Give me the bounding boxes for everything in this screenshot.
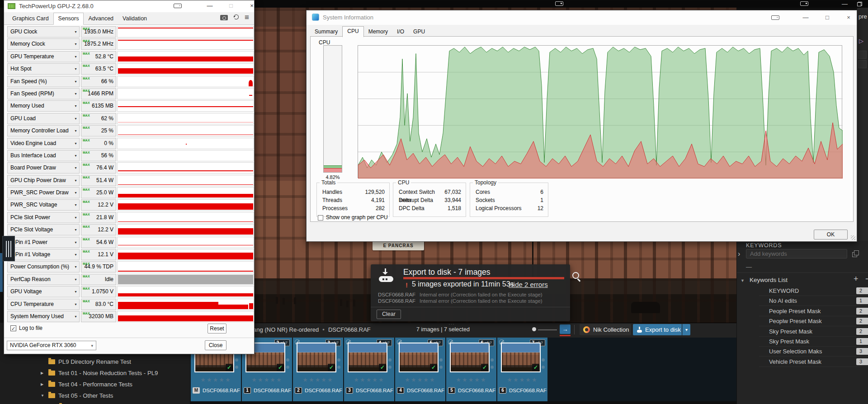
folder-tree-item[interactable]: ▼Test 05 - Other Tests	[41, 391, 113, 400]
sensor-label[interactable]: System Memory Used▼	[7, 311, 80, 322]
tab-graphics-card[interactable]: Graphics Card	[8, 13, 53, 24]
overflow-dots-icon[interactable]: ···	[448, 321, 455, 327]
sensor-label[interactable]: 8-Pin #1 Power▼	[7, 237, 80, 248]
keyword-item[interactable]: User Selection Maks3	[759, 347, 868, 357]
star-rating[interactable]: ★★★★★	[395, 376, 445, 383]
tab-advanced[interactable]: Advanced	[84, 13, 118, 24]
star-rating[interactable]: ★★★★★	[191, 376, 241, 383]
screenshot-camera-icon[interactable]	[220, 15, 228, 20]
gpu-card-icon[interactable]	[174, 4, 182, 8]
close-icon[interactable]: ×	[844, 14, 853, 21]
chevron-down-icon[interactable]: ▼	[741, 278, 745, 283]
tab-summary[interactable]: Summary	[310, 27, 342, 37]
window-titlebar[interactable]: TechPowerUp GPU-Z 2.68.0 — □ ×	[4, 0, 254, 12]
expander-icon[interactable]: ▶	[41, 371, 45, 375]
maximize-icon[interactable]: □	[823, 14, 831, 21]
minimize-icon[interactable]: —	[206, 2, 213, 9]
reset-button[interactable]: Reset	[208, 324, 226, 334]
minimize-icon[interactable]: —	[802, 14, 810, 21]
remove-keyword-button[interactable]: −	[865, 274, 868, 284]
thumbnail-image[interactable]: ✓	[297, 343, 336, 372]
star-rating[interactable]: ★★★★★	[293, 376, 343, 383]
sensor-label[interactable]: Power Consumption (%)▼	[7, 261, 80, 272]
sensor-label[interactable]: Video Engine Load▼	[7, 138, 80, 149]
left-panel-flyout-handle[interactable]	[2, 236, 15, 261]
gpu-device-select[interactable]: NVIDIA GeForce RTX 3060 ▾	[7, 341, 96, 350]
restore-icon[interactable]	[857, 2, 862, 6]
close-icon[interactable]: ×	[248, 2, 255, 9]
tab-i-o[interactable]: I/O	[392, 27, 409, 37]
sensor-label[interactable]: Fan Speed (%)▼	[7, 76, 80, 87]
sensor-label[interactable]: Memory Controller Load▼	[7, 125, 80, 136]
sensor-label[interactable]: GPU Load▼	[7, 113, 80, 124]
folder-tree-item[interactable]: ▶Test 04 - Performance Tests	[41, 380, 132, 389]
one-graph-per-cpu-checkbox[interactable]	[318, 215, 323, 221]
log-to-file-checkbox[interactable]: ✓	[10, 325, 16, 331]
goto-arrow-button[interactable]: →	[560, 324, 571, 334]
filmstrip-cell[interactable]: 6of 7✓★★★★★5DSCF0668.RAF	[446, 338, 496, 401]
star-rating[interactable]: ★★★★★	[497, 376, 547, 383]
add-keywords-input[interactable]: Add keywords	[746, 249, 847, 258]
sensor-label[interactable]: Hot Spot▼	[7, 63, 80, 75]
tab-memory[interactable]: Memory	[364, 27, 392, 37]
star-rating[interactable]: ★★★★★	[344, 376, 394, 383]
cell-dots-icon[interactable]	[439, 358, 443, 370]
thumbnail-image[interactable]: ✓	[450, 343, 490, 372]
sensor-label[interactable]: GPU Chip Power Draw▼	[7, 175, 80, 186]
refresh-icon[interactable]	[234, 14, 239, 19]
cell-dots-icon[interactable]	[491, 358, 494, 370]
filmstrip-cell[interactable]: 5of 7✓★★★★★4DSCF0668.RAF	[395, 338, 445, 401]
gpu-card-icon[interactable]	[555, 1, 563, 6]
sensor-label[interactable]: CPU Temperature▼	[7, 299, 80, 310]
folder-tree-item[interactable]: PL9 Directory Rename Test	[41, 357, 131, 366]
keyword-item[interactable]: People Preset Mask2	[759, 306, 868, 316]
menu-icon[interactable]: ≡	[245, 13, 249, 22]
keyword-item[interactable]: KEYWORD2	[759, 286, 868, 296]
hide-errors-link[interactable]: Hide 2 errors	[509, 281, 548, 288]
filmstrip-cell[interactable]: 7of 7✓★★★★★6DSCF0668.RAF	[497, 338, 547, 401]
sensor-label[interactable]: PCIe Slot Voltage▼	[7, 224, 80, 235]
keyword-item[interactable]: Vehicle Preset Mask3	[759, 357, 868, 367]
minimize-icon[interactable]: —	[842, 0, 848, 7]
keyword-item[interactable]: No AI edits1	[759, 296, 868, 306]
sensor-label[interactable]: PerfCap Reason▼	[7, 274, 80, 285]
tab-sensors[interactable]: Sensors	[53, 13, 84, 25]
sensor-label[interactable]: Memory Used▼	[7, 100, 80, 112]
search-icon[interactable]	[572, 272, 579, 279]
add-keyword-button[interactable]: +	[854, 274, 859, 284]
copy-keywords-icon[interactable]	[852, 250, 859, 257]
window-titlebar[interactable]: System Information — □ ×	[307, 10, 857, 25]
tab-cpu[interactable]: CPU	[342, 26, 363, 37]
preset-triangle-icon[interactable]: ▷	[859, 38, 863, 44]
nik-collection-button[interactable]: Nik Collection	[580, 324, 631, 335]
cell-dots-icon[interactable]	[337, 358, 341, 370]
resize-grip[interactable]	[851, 235, 855, 240]
expander-icon[interactable]: ▶	[41, 382, 45, 386]
sensor-label[interactable]: GPU Clock▼	[7, 26, 80, 38]
cell-dots-icon[interactable]	[235, 358, 239, 370]
cell-dots-icon[interactable]	[542, 358, 545, 370]
keyword-item[interactable]: Peoplw Preset Mask2	[759, 316, 868, 326]
sensor-label[interactable]: PWR_SRC Power Draw▼	[7, 187, 80, 198]
tab-validation[interactable]: Validation	[118, 13, 151, 24]
folder-tree-item[interactable]: ▼St. Pancras Station	[52, 402, 120, 404]
panel-collapse-chevron-icon[interactable]: ›	[738, 250, 740, 258]
cell-dots-icon[interactable]	[286, 358, 290, 370]
sensor-label[interactable]: 8-Pin #1 Voltage▼	[7, 249, 80, 260]
tab-gpu[interactable]: GPU	[409, 27, 429, 37]
thumbnail-image[interactable]: ✓	[348, 343, 387, 372]
filmstrip-cell[interactable]: 3of 7✓★★★★★2DSCF0668.RAF	[293, 338, 343, 401]
keyword-item[interactable]: Sky Prest Mask1	[759, 337, 868, 347]
thumbnail-size-slider[interactable]	[532, 327, 536, 331]
clear-button[interactable]: Clear	[377, 310, 401, 319]
sensor-label[interactable]: Fan Speed (RPM)▼	[7, 88, 80, 99]
folder-tree-item[interactable]: ▶Test 01 - Noise Reduction Tests - PL9	[41, 368, 158, 377]
export-dropdown-button[interactable]: ▾	[682, 324, 690, 335]
thumbnail-image[interactable]: ✓	[399, 343, 439, 372]
sensor-label[interactable]: PWR_SRC Voltage▼	[7, 199, 80, 211]
sensor-label[interactable]: Memory Clock▼	[7, 38, 80, 50]
sensor-label[interactable]: Bus Interface Load▼	[7, 150, 80, 161]
expander-icon[interactable]: ▼	[41, 394, 45, 398]
sensor-label[interactable]: GPU Voltage▼	[7, 286, 80, 297]
close-button[interactable]: Close	[205, 340, 226, 350]
